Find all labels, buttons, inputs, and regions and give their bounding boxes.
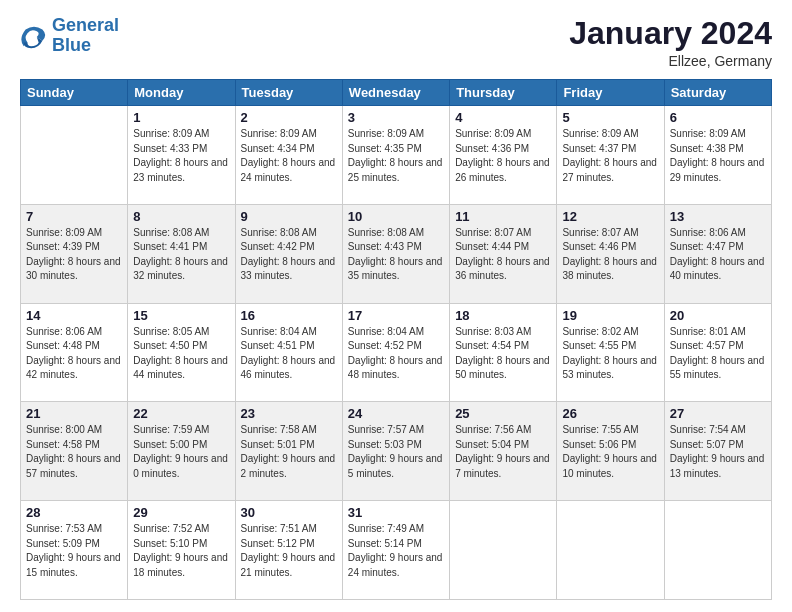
cell-date: 11 bbox=[455, 209, 551, 224]
table-cell: 15Sunrise: 8:05 AM Sunset: 4:50 PM Dayli… bbox=[128, 303, 235, 402]
cell-info: Sunrise: 8:07 AM Sunset: 4:44 PM Dayligh… bbox=[455, 226, 551, 284]
cell-date: 22 bbox=[133, 406, 229, 421]
cell-date: 31 bbox=[348, 505, 444, 520]
cell-info: Sunrise: 8:09 AM Sunset: 4:33 PM Dayligh… bbox=[133, 127, 229, 185]
logo: General Blue bbox=[20, 16, 119, 56]
cell-date: 4 bbox=[455, 110, 551, 125]
col-saturday: Saturday bbox=[664, 80, 771, 106]
cell-date: 10 bbox=[348, 209, 444, 224]
cell-info: Sunrise: 8:06 AM Sunset: 4:47 PM Dayligh… bbox=[670, 226, 766, 284]
table-cell: 27Sunrise: 7:54 AM Sunset: 5:07 PM Dayli… bbox=[664, 402, 771, 501]
cell-date: 19 bbox=[562, 308, 658, 323]
cell-info: Sunrise: 8:09 AM Sunset: 4:35 PM Dayligh… bbox=[348, 127, 444, 185]
cell-info: Sunrise: 8:09 AM Sunset: 4:38 PM Dayligh… bbox=[670, 127, 766, 185]
cell-info: Sunrise: 7:49 AM Sunset: 5:14 PM Dayligh… bbox=[348, 522, 444, 580]
header: General Blue January 2024 Ellzee, German… bbox=[20, 16, 772, 69]
month-title: January 2024 bbox=[569, 16, 772, 51]
cell-date: 5 bbox=[562, 110, 658, 125]
table-cell: 4Sunrise: 8:09 AM Sunset: 4:36 PM Daylig… bbox=[450, 106, 557, 205]
title-block: January 2024 Ellzee, Germany bbox=[569, 16, 772, 69]
table-cell: 30Sunrise: 7:51 AM Sunset: 5:12 PM Dayli… bbox=[235, 501, 342, 600]
table-cell: 31Sunrise: 7:49 AM Sunset: 5:14 PM Dayli… bbox=[342, 501, 449, 600]
table-cell: 2Sunrise: 8:09 AM Sunset: 4:34 PM Daylig… bbox=[235, 106, 342, 205]
cell-date: 29 bbox=[133, 505, 229, 520]
table-cell: 23Sunrise: 7:58 AM Sunset: 5:01 PM Dayli… bbox=[235, 402, 342, 501]
cell-date: 30 bbox=[241, 505, 337, 520]
table-cell bbox=[450, 501, 557, 600]
cell-info: Sunrise: 8:01 AM Sunset: 4:57 PM Dayligh… bbox=[670, 325, 766, 383]
table-cell: 22Sunrise: 7:59 AM Sunset: 5:00 PM Dayli… bbox=[128, 402, 235, 501]
cell-info: Sunrise: 7:59 AM Sunset: 5:00 PM Dayligh… bbox=[133, 423, 229, 481]
table-cell: 12Sunrise: 8:07 AM Sunset: 4:46 PM Dayli… bbox=[557, 204, 664, 303]
page: General Blue January 2024 Ellzee, German… bbox=[0, 0, 792, 612]
cell-date: 25 bbox=[455, 406, 551, 421]
table-cell: 11Sunrise: 8:07 AM Sunset: 4:44 PM Dayli… bbox=[450, 204, 557, 303]
cell-info: Sunrise: 7:54 AM Sunset: 5:07 PM Dayligh… bbox=[670, 423, 766, 481]
table-cell: 17Sunrise: 8:04 AM Sunset: 4:52 PM Dayli… bbox=[342, 303, 449, 402]
table-cell: 18Sunrise: 8:03 AM Sunset: 4:54 PM Dayli… bbox=[450, 303, 557, 402]
cell-info: Sunrise: 8:09 AM Sunset: 4:37 PM Dayligh… bbox=[562, 127, 658, 185]
table-cell: 1Sunrise: 8:09 AM Sunset: 4:33 PM Daylig… bbox=[128, 106, 235, 205]
table-cell: 16Sunrise: 8:04 AM Sunset: 4:51 PM Dayli… bbox=[235, 303, 342, 402]
table-cell: 20Sunrise: 8:01 AM Sunset: 4:57 PM Dayli… bbox=[664, 303, 771, 402]
cell-date: 21 bbox=[26, 406, 122, 421]
calendar-row: 1Sunrise: 8:09 AM Sunset: 4:33 PM Daylig… bbox=[21, 106, 772, 205]
cell-date: 3 bbox=[348, 110, 444, 125]
cell-date: 28 bbox=[26, 505, 122, 520]
location: Ellzee, Germany bbox=[569, 53, 772, 69]
calendar-row: 21Sunrise: 8:00 AM Sunset: 4:58 PM Dayli… bbox=[21, 402, 772, 501]
cell-date: 16 bbox=[241, 308, 337, 323]
cell-info: Sunrise: 8:08 AM Sunset: 4:41 PM Dayligh… bbox=[133, 226, 229, 284]
cell-info: Sunrise: 8:07 AM Sunset: 4:46 PM Dayligh… bbox=[562, 226, 658, 284]
table-cell: 26Sunrise: 7:55 AM Sunset: 5:06 PM Dayli… bbox=[557, 402, 664, 501]
table-cell: 14Sunrise: 8:06 AM Sunset: 4:48 PM Dayli… bbox=[21, 303, 128, 402]
cell-info: Sunrise: 7:58 AM Sunset: 5:01 PM Dayligh… bbox=[241, 423, 337, 481]
cell-date: 18 bbox=[455, 308, 551, 323]
logo-icon bbox=[20, 22, 48, 50]
cell-info: Sunrise: 8:05 AM Sunset: 4:50 PM Dayligh… bbox=[133, 325, 229, 383]
table-cell: 21Sunrise: 8:00 AM Sunset: 4:58 PM Dayli… bbox=[21, 402, 128, 501]
table-cell: 5Sunrise: 8:09 AM Sunset: 4:37 PM Daylig… bbox=[557, 106, 664, 205]
cell-info: Sunrise: 7:51 AM Sunset: 5:12 PM Dayligh… bbox=[241, 522, 337, 580]
table-cell: 9Sunrise: 8:08 AM Sunset: 4:42 PM Daylig… bbox=[235, 204, 342, 303]
table-cell: 3Sunrise: 8:09 AM Sunset: 4:35 PM Daylig… bbox=[342, 106, 449, 205]
header-row: Sunday Monday Tuesday Wednesday Thursday… bbox=[21, 80, 772, 106]
table-cell: 13Sunrise: 8:06 AM Sunset: 4:47 PM Dayli… bbox=[664, 204, 771, 303]
cell-info: Sunrise: 8:09 AM Sunset: 4:39 PM Dayligh… bbox=[26, 226, 122, 284]
table-cell bbox=[21, 106, 128, 205]
table-cell bbox=[664, 501, 771, 600]
cell-date: 1 bbox=[133, 110, 229, 125]
cell-date: 24 bbox=[348, 406, 444, 421]
calendar-row: 14Sunrise: 8:06 AM Sunset: 4:48 PM Dayli… bbox=[21, 303, 772, 402]
calendar-row: 28Sunrise: 7:53 AM Sunset: 5:09 PM Dayli… bbox=[21, 501, 772, 600]
table-cell: 29Sunrise: 7:52 AM Sunset: 5:10 PM Dayli… bbox=[128, 501, 235, 600]
cell-date: 23 bbox=[241, 406, 337, 421]
table-cell: 6Sunrise: 8:09 AM Sunset: 4:38 PM Daylig… bbox=[664, 106, 771, 205]
col-sunday: Sunday bbox=[21, 80, 128, 106]
col-monday: Monday bbox=[128, 80, 235, 106]
calendar-table: Sunday Monday Tuesday Wednesday Thursday… bbox=[20, 79, 772, 600]
cell-date: 12 bbox=[562, 209, 658, 224]
cell-date: 26 bbox=[562, 406, 658, 421]
cell-info: Sunrise: 8:06 AM Sunset: 4:48 PM Dayligh… bbox=[26, 325, 122, 383]
table-cell: 8Sunrise: 8:08 AM Sunset: 4:41 PM Daylig… bbox=[128, 204, 235, 303]
cell-info: Sunrise: 8:04 AM Sunset: 4:51 PM Dayligh… bbox=[241, 325, 337, 383]
cell-info: Sunrise: 7:52 AM Sunset: 5:10 PM Dayligh… bbox=[133, 522, 229, 580]
cell-date: 9 bbox=[241, 209, 337, 224]
cell-info: Sunrise: 7:55 AM Sunset: 5:06 PM Dayligh… bbox=[562, 423, 658, 481]
table-cell: 28Sunrise: 7:53 AM Sunset: 5:09 PM Dayli… bbox=[21, 501, 128, 600]
cell-info: Sunrise: 7:57 AM Sunset: 5:03 PM Dayligh… bbox=[348, 423, 444, 481]
cell-info: Sunrise: 8:03 AM Sunset: 4:54 PM Dayligh… bbox=[455, 325, 551, 383]
cell-date: 17 bbox=[348, 308, 444, 323]
table-cell bbox=[557, 501, 664, 600]
cell-info: Sunrise: 7:56 AM Sunset: 5:04 PM Dayligh… bbox=[455, 423, 551, 481]
cell-date: 7 bbox=[26, 209, 122, 224]
table-cell: 10Sunrise: 8:08 AM Sunset: 4:43 PM Dayli… bbox=[342, 204, 449, 303]
cell-info: Sunrise: 8:02 AM Sunset: 4:55 PM Dayligh… bbox=[562, 325, 658, 383]
cell-date: 6 bbox=[670, 110, 766, 125]
col-friday: Friday bbox=[557, 80, 664, 106]
cell-info: Sunrise: 8:04 AM Sunset: 4:52 PM Dayligh… bbox=[348, 325, 444, 383]
cell-date: 13 bbox=[670, 209, 766, 224]
cell-date: 20 bbox=[670, 308, 766, 323]
cell-info: Sunrise: 8:08 AM Sunset: 4:42 PM Dayligh… bbox=[241, 226, 337, 284]
